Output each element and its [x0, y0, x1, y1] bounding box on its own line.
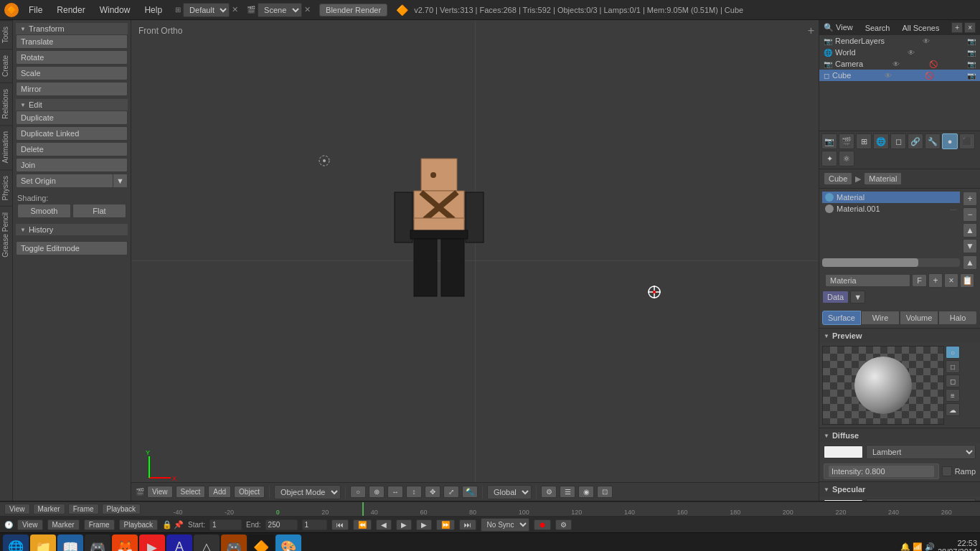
mat-del-btn[interactable]: × — [944, 273, 958, 288]
prop-object-icon[interactable]: ◻ — [890, 133, 906, 149]
marker-footer-btn[interactable]: Marker — [47, 519, 80, 530]
delete-btn[interactable]: Delete — [16, 142, 128, 156]
outliner-search-btn[interactable]: Search — [865, 24, 890, 32]
vp-tool5[interactable]: ✥ — [425, 486, 440, 498]
mat-add-btn[interactable]: + — [963, 192, 977, 206]
taskbar-media-icon[interactable]: ▶ — [139, 534, 165, 552]
cube-eye[interactable]: 👁 — [885, 72, 892, 80]
prev-sky-btn[interactable]: ☁ — [946, 403, 960, 416]
taskbar-app2-icon[interactable]: A — [166, 534, 192, 552]
mat-slider-arrow[interactable]: ▲ — [963, 255, 977, 270]
material-slot-1[interactable]: Material — [822, 192, 960, 203]
tab-wire[interactable]: Wire — [861, 311, 900, 325]
vp-select-btn[interactable]: Select — [176, 486, 206, 498]
taskbar-unity-icon[interactable]: △ — [194, 534, 220, 552]
prev-frame-btn[interactable]: ◀ — [376, 519, 392, 530]
prop-scene-icon[interactable]: 📷 — [821, 133, 837, 149]
next-frame-btn[interactable]: ▶ — [416, 519, 432, 530]
diffuse-color[interactable] — [824, 446, 863, 458]
prop-render-icon[interactable]: 🎬 — [839, 133, 854, 149]
side-tab-tools[interactable]: Tools — [0, 20, 12, 49]
join-btn[interactable]: Join — [16, 158, 128, 172]
translate-btn[interactable]: Translate — [16, 34, 128, 49]
mat-copy-btn[interactable]: 📋 — [960, 273, 974, 288]
play-btn[interactable]: ▶ — [396, 519, 412, 530]
vp-tool2[interactable]: ⊕ — [369, 486, 385, 498]
scene-select[interactable]: Scene — [258, 3, 302, 17]
specular-header[interactable]: Specular — [819, 481, 980, 496]
camera-render[interactable]: 📷 — [967, 60, 976, 68]
view-footer-btn[interactable]: View — [17, 519, 43, 530]
prev-hair-btn[interactable]: ≡ — [946, 389, 960, 402]
diffuse-ramp-checkbox[interactable] — [942, 466, 952, 476]
mat-type-btn[interactable]: Data — [822, 291, 849, 303]
taskbar-blender-icon[interactable]: 🔶 — [248, 534, 274, 552]
mirror-btn[interactable]: Mirror — [16, 82, 128, 96]
no-sync-select[interactable]: No Sync — [481, 518, 529, 532]
outliner-item-world[interactable]: 🌐 World 👁 📷 — [819, 47, 980, 58]
prop-texture-icon[interactable]: ⬛ — [959, 133, 975, 149]
prop-particles-icon[interactable]: ✦ — [821, 151, 837, 166]
prop-world-icon[interactable]: 🌐 — [873, 133, 889, 149]
prev-cube-btn[interactable]: ◻ — [946, 375, 960, 387]
taskbar-app4-icon[interactable]: 🎨 — [275, 534, 301, 552]
taskbar-firefox-icon[interactable]: 🦊 — [112, 534, 138, 552]
menu-help[interactable]: Help — [140, 5, 166, 15]
vp-extra1[interactable]: ⚙ — [541, 486, 557, 498]
menu-window[interactable]: Window — [95, 5, 135, 15]
camera-restrict[interactable]: 🚫 — [929, 60, 938, 68]
vp-tool1[interactable]: ○ — [350, 486, 366, 498]
mat-slider[interactable] — [822, 258, 960, 267]
workspace-select[interactable]: Default — [183, 3, 230, 17]
smooth-btn[interactable]: Smooth — [17, 204, 71, 218]
timeline-ruler[interactable]: -40 -20 0 20 40 60 80 100 120 140 160 18… — [145, 502, 980, 516]
mat-f-btn[interactable]: F — [912, 274, 927, 287]
preview-header[interactable]: Preview — [819, 328, 980, 343]
next-keyframe-btn[interactable]: ⏩ — [436, 519, 455, 530]
flat-btn[interactable]: Flat — [72, 204, 126, 218]
diffuse-intensity-btn[interactable]: Intensity: 0.800 — [824, 463, 939, 479]
renderlayer-eye[interactable]: 👁 — [923, 37, 930, 45]
prop-constraints-icon[interactable]: 🔗 — [908, 133, 923, 149]
history-header[interactable]: History — [16, 224, 128, 235]
side-tab-animation[interactable]: Animation — [0, 125, 12, 169]
toggle-editmode-btn[interactable]: Toggle Editmode — [16, 241, 128, 255]
vp-tool7[interactable]: 🔦 — [462, 486, 478, 498]
set-origin-btn[interactable]: Set Origin — [16, 174, 113, 188]
prop-physics-icon[interactable]: ⚛ — [839, 151, 854, 166]
vp-extra4[interactable]: ⊡ — [597, 486, 613, 498]
diffuse-header[interactable]: Diffuse — [819, 428, 980, 443]
taskbar-book-icon[interactable]: 📖 — [57, 534, 83, 552]
mat-down-btn[interactable]: ▼ — [963, 239, 977, 253]
mat-type-arrow[interactable]: ▼ — [850, 291, 865, 303]
cube-render[interactable]: 📷 — [967, 72, 976, 80]
vp-add-btn[interactable]: Add — [208, 486, 231, 498]
engine-btn[interactable]: Blender Render — [319, 4, 387, 17]
diffuse-shader-select[interactable]: Lambert — [866, 445, 976, 459]
vp-extra3[interactable]: ◉ — [578, 486, 594, 498]
side-tab-grease[interactable]: Grease Pencil — [0, 206, 12, 263]
breadcrumb-material[interactable]: Material — [864, 172, 902, 185]
prev-keyframe-btn[interactable]: ⏪ — [353, 519, 372, 530]
prev-sphere-btn[interactable]: ○ — [946, 346, 960, 359]
vp-tool3[interactable]: ↔ — [387, 486, 403, 498]
start-frame-input[interactable] — [209, 519, 242, 530]
outliner-add-btn[interactable]: + — [951, 22, 963, 33]
taskbar-folder-icon[interactable]: 📁 — [30, 534, 56, 552]
duplicate-linked-btn[interactable]: Duplicate Linked — [16, 126, 128, 141]
mat-data-btn[interactable]: Materia — [825, 274, 910, 287]
vp-extra2[interactable]: ☰ — [560, 486, 575, 498]
tab-halo[interactable]: Halo — [938, 311, 977, 325]
world-cam[interactable]: 📷 — [967, 49, 976, 57]
material-slot-2[interactable]: Material.001 — — [822, 203, 960, 215]
transform-header[interactable]: Transform — [16, 23, 128, 34]
camera-eye[interactable]: 👁 — [892, 60, 900, 68]
outliner-item-camera[interactable]: 📷 Camera 👁 🚫 📷 — [819, 58, 980, 70]
set-origin-arrow-btn[interactable]: ▼ — [113, 174, 128, 188]
rotate-btn[interactable]: Rotate — [16, 50, 128, 65]
taskbar-ie-icon[interactable]: 🌐 — [3, 534, 29, 552]
specular-color[interactable] — [824, 499, 863, 501]
outliner-item-cube[interactable]: ◻ Cube 👁 🚫 📷 — [819, 70, 980, 81]
prev-flat-btn[interactable]: □ — [946, 360, 960, 373]
vp-tool4[interactable]: ↕ — [406, 486, 422, 498]
